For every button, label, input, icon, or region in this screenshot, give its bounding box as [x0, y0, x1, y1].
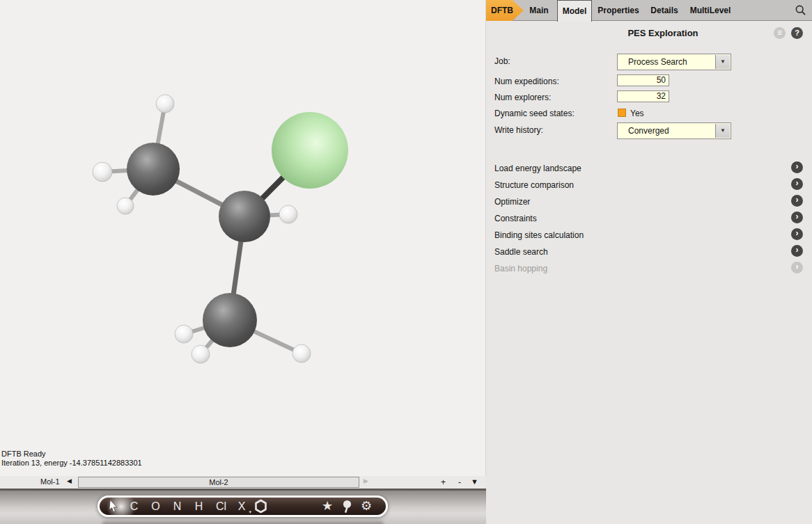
link-label: Basin hopping: [494, 264, 547, 273]
num-explorers-input[interactable]: 32: [617, 90, 669, 102]
molecule-viewport[interactable]: DFTB Ready Iteration 13, energy -14.3785…: [0, 0, 486, 476]
link-constraints: Constraints ›: [486, 212, 812, 228]
element-x-label: X: [238, 500, 246, 512]
atom-H[interactable]: [117, 198, 134, 214]
element-n-button[interactable]: N: [166, 495, 188, 517]
write-history-value: Converged: [628, 126, 669, 136]
element-cl-button[interactable]: Cl: [210, 495, 233, 517]
num-expeditions-input[interactable]: 50: [617, 74, 669, 86]
link-label[interactable]: Optimizer: [494, 197, 530, 207]
tab-properties[interactable]: Properties: [592, 0, 645, 21]
link-binding-sites-calculation: Binding sites calculation ›: [486, 228, 812, 245]
tab-mol-1[interactable]: Mol-1: [40, 477, 60, 486]
element-o-button[interactable]: O: [145, 495, 166, 517]
status-text: DFTB Ready Iteration 13, energy -14.3785…: [1, 450, 142, 468]
chevron-right-icon[interactable]: ›: [791, 161, 803, 173]
status-line-engine: DFTB Ready: [1, 450, 142, 459]
hexagon-ring-icon: [254, 499, 267, 514]
link-label[interactable]: Binding sites calculation: [494, 230, 584, 240]
atom-H[interactable]: [175, 325, 193, 343]
tab-dftb[interactable]: DFTB: [486, 0, 524, 21]
link-optimizer: Optimizer ›: [486, 195, 812, 212]
atom-Cl[interactable]: [272, 112, 348, 189]
element-toolbar: C O N H Cl X ▾ ★: [97, 495, 388, 517]
tab-multilevel[interactable]: MultiLevel: [684, 0, 737, 21]
element-h-button[interactable]: H: [188, 495, 210, 517]
star-icon: ★: [322, 495, 333, 517]
link-label[interactable]: Load energy landscape: [494, 164, 581, 173]
atom-C[interactable]: [203, 293, 257, 347]
job-value: Process Search: [628, 57, 687, 67]
cursor-icon: [108, 500, 119, 513]
link-load-energy-landscape: Load energy landscape ›: [486, 161, 812, 178]
link-label[interactable]: Structure comparison: [494, 180, 574, 190]
structure-tool-button[interactable]: ★: [318, 495, 337, 517]
write-history-dropdown[interactable]: Converged ▼: [617, 122, 731, 139]
tab-details[interactable]: Details: [645, 0, 684, 21]
link-basin-hopping: Basin hopping ›: [486, 262, 812, 278]
help-button[interactable]: ?: [791, 27, 803, 39]
toolbar-reflection: [102, 521, 384, 524]
link-structure-comparison: Structure comparison ›: [486, 178, 812, 195]
next-molecule-icon: ▶: [364, 477, 368, 484]
chevron-right-icon[interactable]: ›: [791, 228, 803, 240]
dynamic-seed-checkbox[interactable]: [618, 109, 626, 117]
chevron-down-icon[interactable]: ▼: [715, 55, 730, 69]
prev-molecule-icon[interactable]: ◀: [67, 477, 72, 484]
tab-main[interactable]: Main: [524, 0, 554, 21]
left-column: DFTB Ready Iteration 13, energy -14.3785…: [0, 0, 486, 524]
atom-H[interactable]: [279, 205, 297, 223]
num-explorers-label: Num explorers:: [494, 93, 551, 102]
question-mark-icon: ?: [795, 29, 799, 37]
chevron-right-icon[interactable]: ›: [791, 178, 803, 190]
dynamic-seed-value: Yes: [630, 109, 644, 118]
bottom-toolbar-area: C O N H Cl X ▾ ★: [0, 489, 486, 524]
balloon-tool-button[interactable]: [337, 500, 357, 514]
write-history-label: Write history:: [494, 125, 543, 135]
molecule-3d-view[interactable]: [0, 0, 486, 476]
ring-tool-button[interactable]: [251, 499, 270, 514]
molecule-tab-bar: Mol-1 ◀ Mol-2 ▶ + - ▼: [0, 476, 486, 489]
pointer-tool-button[interactable]: [104, 500, 123, 513]
chevron-right-icon[interactable]: ›: [791, 245, 803, 257]
job-dropdown[interactable]: Process Search ▼: [617, 54, 731, 70]
atom-H[interactable]: [292, 344, 311, 363]
atom-H[interactable]: [192, 345, 210, 363]
molecule-menu-icon[interactable]: ▼: [471, 477, 478, 486]
ams-input-window: DFTB Ready Iteration 13, energy -14.3785…: [0, 0, 812, 524]
settings-tool-button[interactable]: ⚙: [357, 495, 376, 517]
num-expeditions-label: Num expeditions:: [494, 77, 559, 86]
panel-tab-bar: DFTB Main Model Properties Details Multi…: [486, 0, 812, 21]
chevron-right-icon[interactable]: ›: [791, 195, 803, 207]
tab-model[interactable]: Model: [557, 0, 592, 22]
chevron-right-icon: ›: [791, 262, 803, 273]
link-saddle-search: Saddle search ›: [486, 245, 812, 262]
job-label: Job:: [494, 56, 510, 66]
balloon-icon: [341, 500, 352, 514]
hamburger-icon: ≡: [777, 28, 782, 38]
dynamic-seed-label: Dynamic seed states:: [494, 109, 575, 118]
gear-icon: ⚙: [361, 495, 372, 517]
search-icon[interactable]: [795, 4, 807, 17]
link-label[interactable]: Constraints: [494, 214, 537, 223]
atom-H[interactable]: [93, 162, 112, 182]
add-molecule-button[interactable]: +: [441, 477, 446, 487]
input-panel: DFTB Main Model Properties Details Multi…: [486, 0, 812, 524]
chevron-right-icon[interactable]: ›: [791, 212, 803, 223]
link-label[interactable]: Saddle search: [494, 247, 548, 257]
page-title: PES Exploration: [486, 28, 812, 38]
atom-C[interactable]: [219, 191, 270, 242]
remove-molecule-button[interactable]: -: [458, 477, 461, 487]
element-x-button[interactable]: X ▾: [233, 495, 251, 517]
panel-menu-button[interactable]: ≡: [774, 27, 786, 39]
atom-H[interactable]: [156, 95, 174, 113]
chevron-down-icon[interactable]: ▼: [715, 124, 730, 138]
element-c-button[interactable]: C: [123, 495, 145, 517]
tab-mol-2[interactable]: Mol-2: [78, 477, 359, 488]
atom-C[interactable]: [127, 143, 180, 196]
status-line-iteration: Iteration 13, energy -14.37851142883301: [1, 459, 142, 468]
